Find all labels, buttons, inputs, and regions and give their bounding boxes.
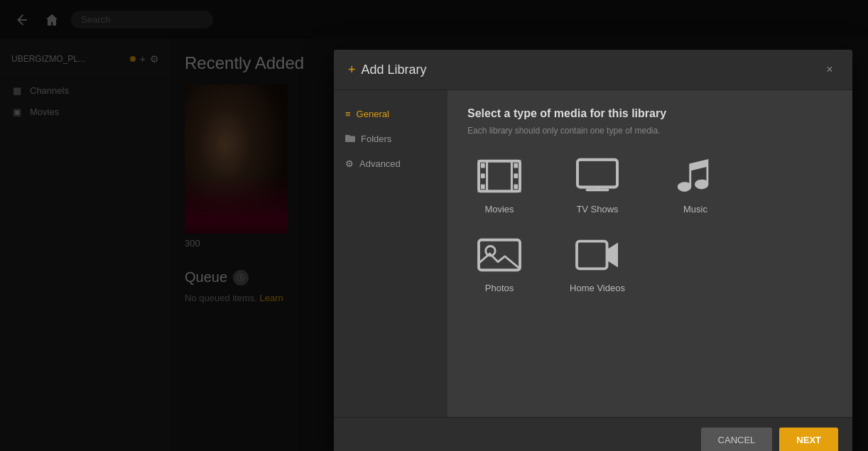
tv-shows-media-icon (573, 156, 622, 197)
media-option-music[interactable]: Music (663, 156, 727, 214)
media-row-1: Movies TV Shows (467, 156, 832, 214)
photos-media-label: Photos (485, 283, 514, 293)
svg-rect-16 (479, 240, 520, 271)
svg-rect-9 (514, 185, 518, 190)
media-type-grid: Movies TV Shows (467, 156, 832, 293)
modal-nav-advanced[interactable]: ⚙ Advanced (334, 151, 447, 176)
svg-rect-6 (481, 163, 485, 168)
cancel-button[interactable]: CANCEL (701, 428, 773, 451)
svg-rect-11 (514, 173, 518, 178)
music-media-label: Music (683, 204, 707, 214)
modal-content: Select a type of media for this library … (447, 90, 852, 417)
media-type-subheading: Each library should only contain one typ… (467, 126, 832, 136)
media-option-home-videos[interactable]: Home Videos (565, 234, 629, 293)
svg-rect-8 (514, 163, 518, 168)
home-videos-media-icon (573, 234, 622, 276)
advanced-nav-icon: ⚙ (345, 158, 354, 169)
next-button[interactable]: NEXT (779, 428, 838, 451)
modal-nav-folders[interactable]: Folders (334, 126, 447, 151)
media-option-photos[interactable]: Photos (467, 234, 531, 293)
svg-rect-13 (577, 160, 617, 188)
modal-title-label: Add Library (362, 63, 427, 77)
modal-body: ≡ General Folders ⚙ Advanced Select a ty… (334, 90, 852, 417)
modal-plus-icon: + (348, 63, 356, 77)
modal-footer: CANCEL NEXT (334, 417, 852, 451)
add-library-modal: + Add Library × ≡ General Folders ⚙ A (334, 50, 852, 451)
media-row-2: Photos Home Videos (467, 234, 832, 293)
media-option-movies[interactable]: Movies (467, 156, 531, 214)
movies-media-icon (475, 156, 523, 197)
tv-shows-media-label: TV Shows (576, 204, 618, 214)
music-media-icon (671, 156, 720, 197)
modal-nav-general-label: General (357, 109, 389, 119)
folders-nav-icon (345, 134, 355, 144)
media-option-tv-shows[interactable]: TV Shows (565, 156, 629, 214)
modal-close-button[interactable]: × (821, 61, 838, 78)
modal-nav-folders-label: Folders (361, 134, 391, 144)
svg-rect-12 (577, 160, 617, 188)
media-type-heading: Select a type of media for this library (467, 107, 832, 120)
modal-sidebar-nav: ≡ General Folders ⚙ Advanced (334, 90, 447, 417)
modal-header: + Add Library × (334, 50, 852, 90)
movies-media-label: Movies (484, 204, 514, 214)
svg-rect-7 (481, 185, 485, 190)
modal-title: + Add Library (348, 63, 427, 77)
general-nav-icon: ≡ (345, 109, 351, 119)
svg-rect-1 (479, 161, 520, 192)
home-videos-media-label: Home Videos (570, 283, 625, 293)
svg-rect-18 (577, 241, 607, 269)
photos-media-icon (475, 234, 523, 276)
modal-nav-general[interactable]: ≡ General (334, 102, 447, 126)
svg-rect-10 (481, 173, 485, 178)
modal-nav-advanced-label: Advanced (359, 158, 401, 169)
